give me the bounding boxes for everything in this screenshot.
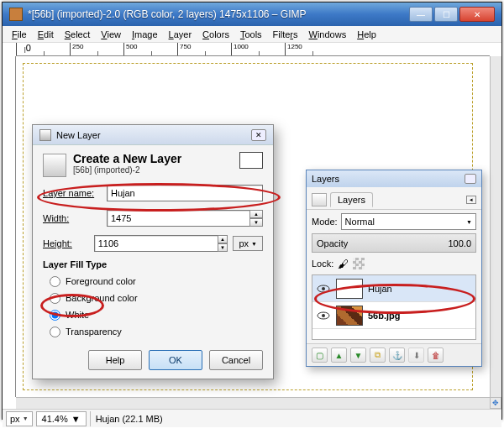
ruler-tick: 500 xyxy=(123,43,177,55)
dialog-subheading: [56b] (imported)-2 xyxy=(73,165,181,175)
menu-windows[interactable]: Windows xyxy=(305,28,351,41)
minimize-button[interactable]: — xyxy=(409,7,433,22)
zoom-combo[interactable]: 41.4%▼ xyxy=(36,411,87,426)
ruler-tick: |0 xyxy=(16,43,70,55)
fill-type-heading: Layer Fill Type xyxy=(43,259,263,269)
window-title: *[56b] (imported)-2.0 (RGB color, 2 laye… xyxy=(28,8,409,20)
layer-name-input[interactable] xyxy=(107,185,263,201)
lower-layer-button[interactable]: ▼ xyxy=(350,348,366,363)
fill-foreground-radio[interactable]: Foreground color xyxy=(50,273,263,290)
unit-selector[interactable]: px▼ xyxy=(233,236,263,251)
raise-layer-button[interactable]: ▲ xyxy=(331,348,347,363)
spin-up-icon[interactable]: ▲ xyxy=(218,235,228,243)
menu-select[interactable]: Select xyxy=(60,28,95,41)
chevron-down-icon: ▼ xyxy=(23,415,29,421)
titlebar[interactable]: *[56b] (imported)-2.0 (RGB color, 2 laye… xyxy=(3,3,501,26)
height-input[interactable] xyxy=(94,235,218,252)
layer-name-label: Layer name: xyxy=(43,188,107,198)
help-button[interactable]: Help xyxy=(88,350,142,370)
layer-name[interactable]: Hujan xyxy=(368,284,392,294)
menu-colors[interactable]: Colors xyxy=(198,28,234,41)
visibility-toggle[interactable] xyxy=(316,308,331,323)
navigation-button[interactable]: ✥ xyxy=(490,397,501,409)
layers-tab[interactable]: Layers xyxy=(330,192,373,207)
menu-help[interactable]: Help xyxy=(353,28,381,41)
ruler-tick: 1000 xyxy=(231,43,285,55)
radio-label: Background color xyxy=(66,293,138,303)
mode-value: Normal xyxy=(345,217,375,227)
width-input[interactable] xyxy=(107,210,250,227)
merge-down-button[interactable]: ⬇ xyxy=(408,348,424,363)
mode-label: Mode: xyxy=(312,217,338,227)
dialog-heading: Create a New Layer xyxy=(73,152,181,165)
radio-label: Transparency xyxy=(66,327,122,337)
fill-background-radio[interactable]: Background color xyxy=(50,290,263,306)
ok-button[interactable]: OK xyxy=(149,350,202,370)
app-icon xyxy=(9,8,23,21)
layer-thumbnail xyxy=(336,279,363,299)
opacity-value: 100.0 xyxy=(448,238,471,248)
layer-row[interactable]: 56b.jpg xyxy=(312,302,475,329)
lock-alpha-icon[interactable] xyxy=(353,258,365,269)
scrollbar-vertical[interactable] xyxy=(490,56,501,397)
spin-up-icon[interactable]: ▲ xyxy=(249,210,263,218)
layer-list: Hujan 56b.jpg xyxy=(312,274,476,340)
menu-edit[interactable]: Edit xyxy=(34,28,58,41)
opacity-slider[interactable]: Opacity 100.0 xyxy=(312,233,476,253)
opacity-label: Opacity xyxy=(317,238,348,248)
fill-white-radio[interactable]: White xyxy=(50,306,263,323)
eye-icon xyxy=(317,311,330,320)
status-layer-label: Hujan (22.1 MB) xyxy=(90,411,163,426)
width-spinner[interactable]: ▲▼ xyxy=(249,210,263,227)
ruler-tick: 750 xyxy=(177,43,231,55)
dialog-titlebar[interactable]: New Layer ✕ xyxy=(33,125,273,145)
scrollbar-horizontal[interactable] xyxy=(16,397,490,409)
unit-selector-value: px xyxy=(239,238,249,248)
chevron-down-icon: ▼ xyxy=(71,414,81,424)
tab-menu-button[interactable]: ◂ xyxy=(466,196,476,204)
dialog-title: New Layer xyxy=(56,130,251,140)
menu-view[interactable]: View xyxy=(97,28,125,41)
svg-point-3 xyxy=(322,314,325,317)
panel-title: Layers xyxy=(312,174,465,184)
duplicate-layer-button[interactable]: ⧉ xyxy=(370,348,386,363)
layer-name[interactable]: 56b.jpg xyxy=(368,311,401,321)
layers-panel: Layers Layers ◂ Mode: Normal▼ Opacity 10… xyxy=(306,170,482,367)
menu-image[interactable]: Image xyxy=(128,28,162,41)
cancel-button[interactable]: Cancel xyxy=(209,350,263,370)
preview-swatch xyxy=(239,152,263,169)
chevron-down-icon: ▼ xyxy=(251,241,257,247)
menu-file[interactable]: File xyxy=(8,28,31,41)
height-spinner[interactable]: ▲▼ xyxy=(218,235,228,252)
new-layer-button[interactable]: ▢ xyxy=(312,348,328,363)
radio-label: White xyxy=(66,310,89,320)
anchor-layer-button[interactable]: ⚓ xyxy=(389,348,405,363)
lock-label: Lock: xyxy=(312,259,333,269)
svg-point-1 xyxy=(322,287,325,290)
close-button[interactable]: ✕ xyxy=(459,7,495,22)
new-layer-dialog: New Layer ✕ Create a New Layer [56b] (im… xyxy=(32,124,274,379)
layer-thumbnail xyxy=(336,306,363,326)
maximize-button[interactable]: ☐ xyxy=(434,7,458,22)
unit-value: px xyxy=(10,414,20,424)
dialog-close-button[interactable]: ✕ xyxy=(251,129,266,141)
layers-tab-icon[interactable] xyxy=(312,193,327,206)
ruler-horizontal[interactable]: |0 250 500 750 1000 1250 xyxy=(16,43,490,56)
spin-down-icon[interactable]: ▼ xyxy=(218,243,228,252)
fill-transparency-radio[interactable]: Transparency xyxy=(50,323,263,340)
panel-titlebar[interactable]: Layers xyxy=(307,170,481,187)
ruler-vertical[interactable] xyxy=(3,56,16,397)
radio-label: Foreground color xyxy=(66,276,136,286)
spin-down-icon[interactable]: ▼ xyxy=(249,218,263,227)
unit-combo[interactable]: px▼ xyxy=(6,411,33,426)
delete-layer-button[interactable]: 🗑 xyxy=(428,348,444,363)
layer-row[interactable]: Hujan xyxy=(312,275,475,302)
menu-layer[interactable]: Layer xyxy=(165,28,197,41)
visibility-toggle[interactable] xyxy=(316,281,331,296)
mode-combo[interactable]: Normal▼ xyxy=(341,213,476,230)
new-layer-icon xyxy=(43,154,66,177)
menu-filters[interactable]: Filters xyxy=(269,28,302,41)
menu-tools[interactable]: Tools xyxy=(236,28,266,41)
lock-pixels-icon[interactable]: 🖌 xyxy=(338,258,349,270)
panel-menu-button[interactable] xyxy=(465,174,476,184)
